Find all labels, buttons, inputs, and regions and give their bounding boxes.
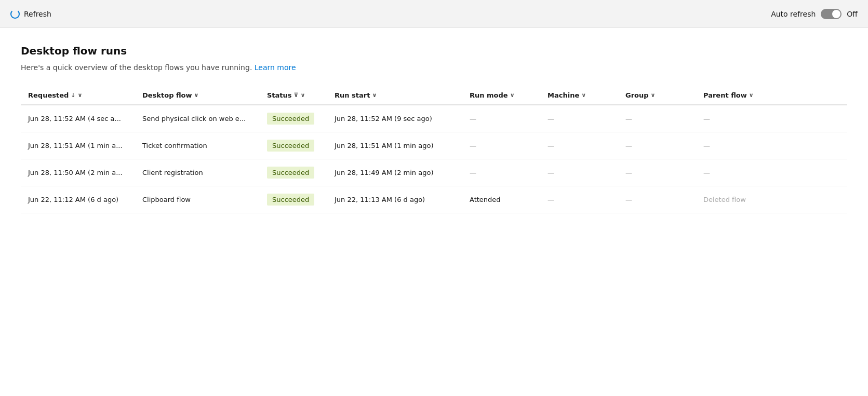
col-header-desktop-flow[interactable]: Desktop flow ∨ bbox=[135, 86, 260, 105]
table-header-row: Requested ↓ ∨ Desktop flow ∨ Status ⊽ bbox=[21, 86, 847, 105]
chevron-down-icon: ∨ bbox=[510, 92, 515, 99]
col-header-machine[interactable]: Machine ∨ bbox=[540, 86, 618, 105]
cell-requested: Jun 28, 11:51 AM (1 min a... bbox=[21, 132, 135, 159]
cell-requested: Jun 28, 11:50 AM (2 min a... bbox=[21, 159, 135, 186]
status-badge: Succeeded bbox=[267, 140, 314, 152]
sort-icon: ↓ bbox=[71, 92, 75, 99]
status-badge: Succeeded bbox=[267, 194, 314, 206]
auto-refresh-label: Auto refresh bbox=[771, 10, 816, 18]
cell-desktop_flow: Client registration bbox=[135, 159, 260, 186]
col-header-group[interactable]: Group ∨ bbox=[618, 86, 696, 105]
table-row[interactable]: Jun 28, 11:50 AM (2 min a...Client regis… bbox=[21, 159, 847, 186]
cell-machine: — bbox=[540, 186, 618, 213]
cell-run_start: Jun 22, 11:13 AM (6 d ago) bbox=[327, 186, 462, 213]
cell-requested: Jun 28, 11:52 AM (4 sec a... bbox=[21, 105, 135, 132]
cell-run_start: Jun 28, 11:49 AM (2 min ago) bbox=[327, 159, 462, 186]
chevron-down-icon: ∨ bbox=[78, 92, 83, 99]
cell-parent_flow: Deleted flow bbox=[696, 186, 847, 213]
table-row[interactable]: Jun 28, 11:52 AM (4 sec a...Send physica… bbox=[21, 105, 847, 132]
col-header-parent-flow[interactable]: Parent flow ∨ bbox=[696, 86, 847, 105]
chevron-down-icon: ∨ bbox=[581, 92, 586, 99]
chevron-down-icon: ∨ bbox=[372, 92, 377, 99]
cell-run_mode: — bbox=[462, 105, 540, 132]
cell-group: — bbox=[618, 105, 696, 132]
cell-machine: — bbox=[540, 105, 618, 132]
subtitle-text: Here's a quick overview of the desktop f… bbox=[21, 63, 252, 72]
auto-refresh-toggle[interactable] bbox=[821, 9, 842, 19]
cell-status: Succeeded bbox=[260, 159, 327, 186]
cell-machine: — bbox=[540, 159, 618, 186]
auto-refresh-control: Auto refresh Off bbox=[771, 9, 858, 19]
cell-desktop_flow: Send physical click on web e... bbox=[135, 105, 260, 132]
cell-group: — bbox=[618, 132, 696, 159]
topbar: Refresh Auto refresh Off bbox=[0, 0, 868, 28]
cell-run_mode: — bbox=[462, 159, 540, 186]
filter-icon: ⊽ bbox=[294, 92, 299, 99]
status-badge: Succeeded bbox=[267, 167, 314, 179]
cell-run_mode: — bbox=[462, 132, 540, 159]
chevron-down-icon: ∨ bbox=[749, 92, 754, 99]
cell-status: Succeeded bbox=[260, 186, 327, 213]
toggle-state-label: Off bbox=[847, 10, 858, 18]
chevron-down-icon: ∨ bbox=[194, 92, 199, 99]
main-content: Desktop flow runs Here's a quick overvie… bbox=[0, 28, 868, 396]
cell-desktop_flow: Clipboard flow bbox=[135, 186, 260, 213]
cell-run_mode: Attended bbox=[462, 186, 540, 213]
cell-group: — bbox=[618, 186, 696, 213]
cell-status: Succeeded bbox=[260, 105, 327, 132]
cell-parent_flow: — bbox=[696, 159, 847, 186]
cell-run_start: Jun 28, 11:52 AM (9 sec ago) bbox=[327, 105, 462, 132]
refresh-label: Refresh bbox=[24, 10, 51, 18]
cell-requested: Jun 22, 11:12 AM (6 d ago) bbox=[21, 186, 135, 213]
table-row[interactable]: Jun 28, 11:51 AM (1 min a...Ticket confi… bbox=[21, 132, 847, 159]
subtitle: Here's a quick overview of the desktop f… bbox=[21, 63, 847, 72]
cell-status: Succeeded bbox=[260, 132, 327, 159]
cell-run_start: Jun 28, 11:51 AM (1 min ago) bbox=[327, 132, 462, 159]
cell-group: — bbox=[618, 159, 696, 186]
cell-parent_flow: — bbox=[696, 105, 847, 132]
cell-parent_flow: — bbox=[696, 132, 847, 159]
col-header-run-start[interactable]: Run start ∨ bbox=[327, 86, 462, 105]
refresh-icon bbox=[10, 9, 20, 19]
runs-table: Requested ↓ ∨ Desktop flow ∨ Status ⊽ bbox=[21, 86, 847, 213]
col-header-status[interactable]: Status ⊽ ∨ bbox=[260, 86, 327, 105]
col-header-run-mode[interactable]: Run mode ∨ bbox=[462, 86, 540, 105]
col-header-requested[interactable]: Requested ↓ ∨ bbox=[21, 86, 135, 105]
cell-machine: — bbox=[540, 132, 618, 159]
cell-desktop_flow: Ticket confirmation bbox=[135, 132, 260, 159]
table-row[interactable]: Jun 22, 11:12 AM (6 d ago)Clipboard flow… bbox=[21, 186, 847, 213]
learn-more-link[interactable]: Learn more bbox=[255, 63, 296, 72]
chevron-down-icon: ∨ bbox=[301, 92, 305, 99]
chevron-down-icon: ∨ bbox=[651, 92, 656, 99]
toggle-knob bbox=[832, 10, 840, 18]
status-badge: Succeeded bbox=[267, 113, 314, 125]
refresh-button[interactable]: Refresh bbox=[10, 9, 51, 19]
page-title: Desktop flow runs bbox=[21, 45, 847, 57]
